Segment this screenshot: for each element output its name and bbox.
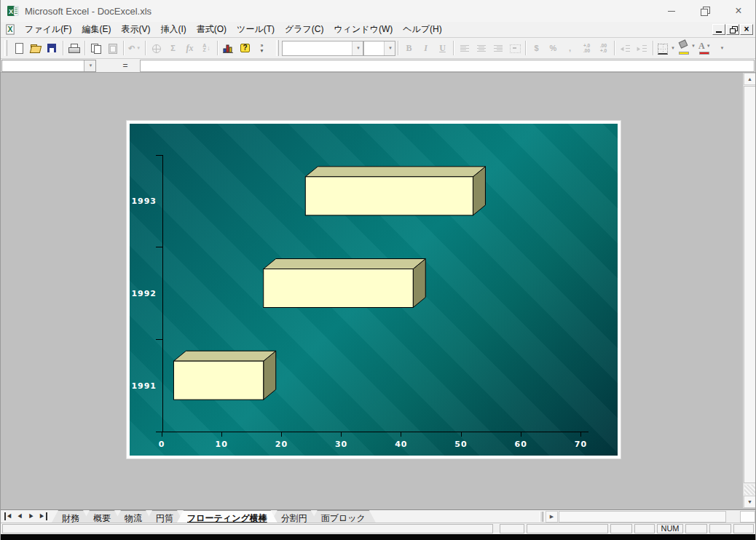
toolbar-grip[interactable] — [276, 40, 279, 56]
print-button[interactable] — [66, 40, 82, 56]
svg-text:0: 0 — [159, 440, 165, 449]
percent-style-button[interactable]: % — [545, 40, 562, 56]
borders-button[interactable]: ▼ — [655, 40, 676, 56]
copy-button[interactable] — [87, 40, 104, 56]
svg-text:50: 50 — [454, 440, 467, 449]
chart-plot-area[interactable]: 010203040506070199119921993 — [130, 124, 618, 456]
svg-text:70: 70 — [575, 440, 587, 449]
scroll-track[interactable] — [744, 485, 755, 495]
underline-glyph: U — [439, 44, 446, 52]
italic-button[interactable]: I — [417, 40, 434, 56]
restore-icon — [701, 7, 709, 15]
sheet-tab-物流[interactable]: 物流 — [114, 510, 152, 523]
comma-style-button[interactable]: , — [562, 40, 578, 56]
percent-style-glyph: % — [550, 44, 557, 52]
name-box[interactable]: ▼ — [1, 60, 96, 72]
sheet-tab-分割円[interactable]: 分割円 — [271, 510, 318, 523]
menu-item-1[interactable]: 編集(E) — [76, 21, 116, 38]
svg-text:1992: 1992 — [131, 289, 157, 298]
menu-item-4[interactable]: 書式(O) — [192, 21, 232, 38]
insert-hyperlink-button[interactable] — [148, 40, 165, 56]
minimize-button[interactable] — [655, 0, 688, 22]
horizontal-scroll-thumb[interactable] — [559, 511, 726, 523]
formula-input[interactable] — [140, 60, 755, 72]
currency-style-button[interactable]: $ — [528, 40, 545, 56]
bold-button[interactable]: B — [401, 40, 417, 56]
status-panel — [709, 524, 731, 533]
scroll-right-button[interactable]: ▶ — [546, 511, 558, 523]
autosum-button[interactable]: Σ — [165, 40, 181, 56]
align-left-icon — [458, 42, 471, 54]
dropdown-arrow-icon: ▼ — [706, 44, 711, 48]
scroll-up-button[interactable]: ▲ — [744, 73, 755, 85]
chevron-down-icon[interactable]: ▼ — [384, 41, 395, 55]
horizontal-scrollbar[interactable]: ◀ ▶ — [546, 511, 741, 523]
formula-bar: ▼ = — [1, 59, 755, 73]
menu-item-7[interactable]: ウィンドウ(W) — [329, 21, 398, 38]
status-panel — [733, 524, 754, 533]
align-left-button[interactable] — [456, 40, 473, 56]
merge-and-center-button[interactable] — [506, 40, 523, 56]
scroll-down-button[interactable]: ▼ — [744, 496, 755, 508]
menu-item-6[interactable]: グラフ(C) — [280, 21, 329, 38]
tab-scroll-next-button[interactable]: ▶ — [25, 511, 37, 523]
menu-item-0[interactable]: ファイル(F) — [20, 21, 76, 38]
help-button[interactable]: ? — [237, 40, 253, 56]
svg-text:X: X — [9, 8, 13, 15]
sheet-close-button[interactable]: × — [740, 24, 753, 35]
save-button[interactable] — [44, 40, 60, 56]
toolbar-grip[interactable] — [4, 40, 7, 56]
tab-split-handle[interactable] — [540, 512, 543, 522]
toolbar: ↶▼ΣfxAZ↓?»▼▼▼BIU$%,+.0.00.00+.0▼▼A▼▼ — [1, 38, 755, 59]
sheet-tab-財務[interactable]: 財務 — [52, 510, 90, 523]
fill-color-button[interactable]: ▼ — [676, 40, 696, 56]
more-buttons-icon: »▼ — [259, 43, 264, 53]
close-button[interactable]: × — [722, 0, 755, 22]
tab-scroll-previous-button[interactable]: ◀ — [14, 511, 25, 523]
font-color-button[interactable]: A▼ — [696, 40, 713, 56]
tab-scroll-last-button[interactable]: ▶ — [37, 511, 49, 523]
toolbar-separator — [123, 41, 124, 55]
sheet-tab-フローティング横棒[interactable]: フローティング横棒 — [177, 510, 277, 523]
chart-wizard-button[interactable] — [220, 40, 237, 56]
vertical-scroll-thumb[interactable] — [744, 86, 755, 483]
sort-ascending-button[interactable]: AZ↓ — [198, 40, 215, 56]
title-bar: X Microsoft Excel - DocExcel.xls × — [1, 0, 755, 22]
toolbar-options-button[interactable]: ▼ — [713, 40, 730, 56]
undo-button[interactable]: ↶▼ — [126, 40, 143, 56]
sheet-restore-button[interactable] — [726, 24, 739, 35]
increase-indent-icon — [636, 42, 649, 54]
more-buttons-button[interactable]: »▼ — [253, 40, 270, 56]
decrease-indent-button[interactable] — [617, 40, 634, 56]
align-right-button[interactable] — [489, 40, 506, 56]
new-document-button[interactable] — [10, 40, 27, 56]
font-size-combo[interactable]: ▼ — [363, 41, 395, 56]
restore-button[interactable] — [688, 0, 722, 22]
menu-item-2[interactable]: 表示(V) — [116, 21, 155, 38]
font-name-combo[interactable]: ▼ — [282, 41, 363, 56]
sheet-minimize-button[interactable] — [712, 24, 725, 35]
svg-text:1993: 1993 — [131, 196, 157, 206]
align-center-button[interactable] — [473, 40, 489, 56]
increase-decimal-button[interactable]: +.0.00 — [578, 40, 595, 56]
sheet-tab-面ブロック[interactable]: 面ブロック — [311, 510, 376, 523]
decrease-decimal-button[interactable]: .00+.0 — [595, 40, 612, 56]
open-folder-button[interactable] — [27, 40, 44, 56]
sheet-tab-bar: ◀◀▶▶ 財務概要物流円筒フローティング横棒分割円面ブロック ◀ ▶ — [1, 509, 755, 523]
menu-item-3[interactable]: 挿入(I) — [155, 21, 191, 38]
underline-button[interactable]: U — [434, 40, 451, 56]
paste-function-button[interactable]: fx — [181, 40, 198, 56]
menu-item-8[interactable]: ヘルプ(H) — [398, 21, 447, 38]
sheet-tab-円筒[interactable]: 円筒 — [146, 510, 184, 523]
tab-scroll-first-button[interactable]: ◀ — [2, 511, 14, 523]
paste-button[interactable] — [104, 40, 121, 56]
vertical-scrollbar[interactable]: ▲ ▼ — [743, 73, 755, 508]
chevron-down-icon[interactable]: ▼ — [352, 41, 363, 55]
edit-formula-button[interactable]: = — [112, 60, 138, 72]
increase-indent-button[interactable] — [634, 40, 650, 56]
print-icon — [68, 42, 81, 54]
sheet-tab-概要[interactable]: 概要 — [83, 510, 121, 523]
chart-frame[interactable]: 010203040506070199119921993 — [127, 121, 621, 458]
menu-item-5[interactable]: ツール(T) — [232, 21, 280, 38]
name-box-dropdown[interactable]: ▼ — [84, 60, 95, 71]
